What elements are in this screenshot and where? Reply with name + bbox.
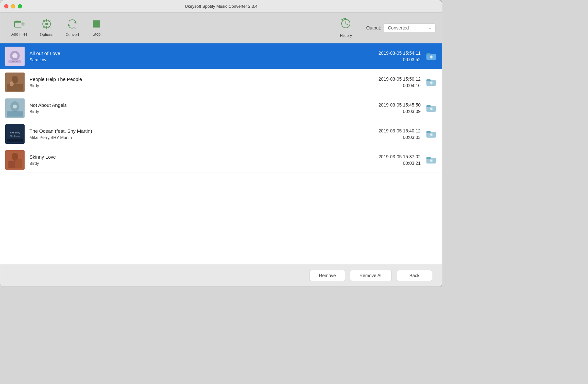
- open-folder-button[interactable]: [425, 51, 437, 62]
- track-row[interactable]: mike perry The Ocean The Ocean (feat. Sh…: [0, 121, 442, 147]
- svg-point-42: [430, 108, 432, 110]
- convert-label: Convert: [65, 32, 79, 37]
- track-date: 2019-03-05 15:40:12: [379, 128, 421, 133]
- track-info: Skinny Love Birdy: [29, 154, 345, 166]
- window-controls: [4, 4, 22, 8]
- svg-rect-29: [7, 84, 23, 91]
- options-label: Options: [40, 32, 53, 37]
- svg-rect-48: [426, 131, 431, 133]
- track-meta: 2019-03-05 15:40:12 00:03:03: [349, 128, 421, 140]
- svg-point-4: [45, 23, 48, 25]
- track-title: People Help The People: [29, 76, 345, 82]
- track-info: People Help The People Birdy: [29, 76, 345, 88]
- title-bar: Ukeysoft Spotify Music Converter 2.3.4: [0, 0, 442, 13]
- open-folder-button[interactable]: [425, 102, 437, 114]
- track-row[interactable]: Skinny Love Birdy 2019-03-05 15:37:02 00…: [0, 147, 442, 173]
- svg-point-58: [430, 160, 432, 162]
- output-label: Output:: [366, 25, 381, 30]
- maximize-button[interactable]: [18, 4, 22, 8]
- track-artist: Birdy: [29, 83, 345, 88]
- svg-point-26: [430, 56, 432, 58]
- options-icon: [42, 19, 51, 30]
- svg-text:The Ocean: The Ocean: [10, 135, 20, 137]
- minimize-button[interactable]: [11, 4, 15, 8]
- bottom-bar: Remove Remove All Back: [0, 264, 442, 287]
- track-thumbnail: [5, 98, 25, 118]
- track-thumbnail: [5, 73, 25, 92]
- track-duration: 00:03:03: [403, 135, 421, 140]
- track-duration: 00:04:16: [403, 83, 421, 88]
- svg-text:sara lov: sara lov: [12, 61, 18, 62]
- track-meta: 2019-03-05 15:50:12 00:04:16: [349, 76, 421, 88]
- track-duration: 00:03:52: [403, 57, 421, 62]
- svg-point-50: [430, 134, 432, 136]
- track-artist: Birdy: [29, 109, 345, 114]
- svg-point-38: [13, 105, 17, 108]
- open-folder-button[interactable]: [425, 154, 437, 166]
- toolbar: Add Files Options: [0, 13, 442, 43]
- track-meta: 2019-03-05 15:54:11 00:03:52: [349, 51, 421, 62]
- svg-rect-0: [15, 21, 21, 27]
- open-folder-button[interactable]: [425, 128, 437, 140]
- track-meta: 2019-03-05 15:45:50 00:03:09: [349, 102, 421, 114]
- add-files-label: Add Files: [11, 32, 28, 37]
- track-artist: Sara Lov: [29, 57, 345, 62]
- track-thumbnail: sara lov: [5, 47, 25, 66]
- svg-point-20: [12, 53, 17, 58]
- svg-rect-56: [426, 157, 431, 159]
- track-thumbnail: [5, 150, 25, 170]
- track-date: 2019-03-05 15:37:02: [379, 154, 421, 159]
- track-title: All out of Love: [29, 51, 345, 56]
- svg-rect-32: [426, 79, 431, 81]
- stop-button[interactable]: Stop: [87, 17, 106, 39]
- svg-rect-53: [8, 161, 15, 168]
- track-title: The Ocean (feat. Shy Martin): [29, 128, 345, 134]
- convert-button[interactable]: Convert: [61, 17, 84, 39]
- add-files-icon: [14, 19, 25, 30]
- output-dropdown-wrapper[interactable]: Converted: [384, 23, 435, 32]
- track-duration: 00:03:21: [403, 161, 421, 166]
- window-title: Ukeysoft Spotify Music Converter 2.3.4: [185, 4, 258, 9]
- close-button[interactable]: [4, 4, 8, 8]
- track-info: All out of Love Sara Lov: [29, 51, 345, 62]
- track-row[interactable]: sara lov All out of Love Sara Lov 2019-0…: [0, 43, 442, 69]
- track-duration: 00:03:09: [403, 109, 421, 114]
- svg-point-30: [10, 81, 14, 86]
- add-files-button[interactable]: Add Files: [7, 17, 32, 39]
- svg-point-34: [430, 82, 432, 84]
- svg-text:mike perry: mike perry: [10, 131, 20, 134]
- history-button[interactable]: History: [335, 16, 356, 40]
- svg-rect-15: [93, 20, 100, 28]
- remove-all-button[interactable]: Remove All: [350, 270, 392, 281]
- track-meta: 2019-03-05 15:37:02 00:03:21: [349, 154, 421, 166]
- svg-marker-13: [74, 22, 76, 24]
- track-row[interactable]: Not About Angels Birdy 2019-03-05 15:45:…: [0, 95, 442, 121]
- stop-icon: [92, 19, 101, 30]
- track-date: 2019-03-05 15:45:50: [379, 102, 421, 107]
- options-button[interactable]: Options: [35, 17, 58, 39]
- remove-button[interactable]: Remove: [310, 270, 345, 281]
- track-date: 2019-03-05 15:50:12: [379, 76, 421, 82]
- svg-marker-14: [68, 24, 70, 26]
- stop-label: Stop: [93, 32, 101, 37]
- convert-icon: [67, 19, 77, 30]
- history-icon: [340, 18, 351, 31]
- track-thumbnail: mike perry The Ocean: [5, 124, 25, 144]
- svg-rect-24: [426, 53, 431, 55]
- track-date: 2019-03-05 15:54:11: [379, 51, 421, 56]
- output-section: Output: Converted: [366, 23, 435, 32]
- track-row[interactable]: People Help The People Birdy 2019-03-05 …: [0, 69, 442, 95]
- svg-rect-46: [7, 139, 23, 142]
- svg-rect-54: [15, 159, 22, 168]
- svg-rect-40: [426, 105, 431, 107]
- back-button[interactable]: Back: [397, 270, 432, 281]
- open-folder-button[interactable]: [425, 76, 437, 88]
- output-dropdown[interactable]: Converted: [384, 23, 435, 32]
- track-info: The Ocean (feat. Shy Martin) Mike Perry,…: [29, 128, 345, 140]
- svg-rect-37: [7, 111, 23, 117]
- track-title: Not About Angels: [29, 102, 345, 108]
- track-list: sara lov All out of Love Sara Lov 2019-0…: [0, 43, 442, 264]
- track-info: Not About Angels Birdy: [29, 102, 345, 114]
- track-artist: Mike Perry,SHY Martin: [29, 135, 345, 140]
- track-artist: Birdy: [29, 161, 345, 166]
